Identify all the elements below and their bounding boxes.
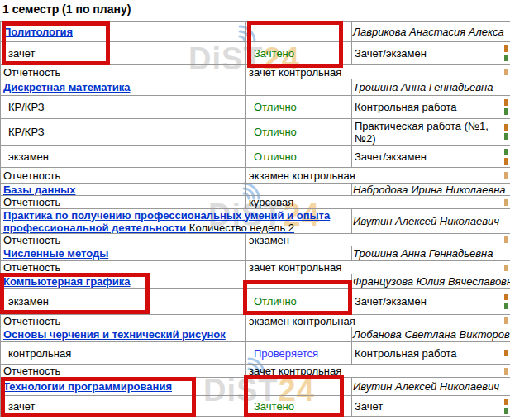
clipped-text-fragment	[504, 45, 508, 52]
clipped-text-fragment	[504, 55, 508, 61]
control-form-cell: КР/КРЗ	[1, 119, 246, 145]
clipped-text-fragment	[504, 108, 508, 115]
table-row: Отчетностьзачет контрольная	[1, 261, 510, 274]
clipped-text-fragment	[504, 350, 508, 356]
teacher-cell: Французова Юлия Вячеславовн	[352, 274, 510, 288]
table-row: Компьютерная графикаФранцузова Юлия Вяче…	[1, 274, 510, 289]
table-edge-clipped-cell	[503, 365, 510, 377]
table-edge-clipped-cell	[503, 342, 510, 364]
control-type-cell: Контрольная работа	[352, 96, 503, 118]
control-form-cell: контрольная	[1, 342, 246, 364]
table-edge-clipped-cell	[503, 196, 510, 208]
table-edge-clipped-cell	[503, 396, 510, 416]
table-edge-clipped-cell	[503, 315, 510, 327]
subject-cell: Базы данных	[1, 184, 246, 195]
grade-value-cell: Отлично	[246, 96, 352, 118]
table-row: Практика по получению профессиональных у…	[1, 209, 510, 234]
empty-cell	[246, 327, 352, 341]
clipped-text-fragment	[504, 399, 508, 405]
grade-value: Отлично	[254, 126, 297, 138]
grade-value-cell: Отлично	[246, 119, 352, 145]
teacher-name: Лобанова Светлана Викторов	[353, 328, 510, 341]
empty-cell	[246, 22, 352, 41]
subject-link[interactable]: Технологии программирования	[3, 380, 172, 393]
clipped-text-fragment	[504, 368, 508, 375]
subject-link[interactable]: Компьютерная графика	[3, 275, 130, 288]
clipped-text-fragment	[504, 149, 508, 155]
teacher-cell: Трошина Анна Геннадьевна	[352, 246, 510, 260]
subject-cell: Политология	[1, 22, 246, 41]
control-form-cell: зачет	[1, 396, 246, 416]
grade-value: Отлично	[254, 101, 297, 113]
table-row: Отчетностьэкзамен контрольная	[1, 315, 510, 327]
grade-value: Отлично	[254, 295, 297, 308]
table-edge-clipped-cell	[503, 261, 510, 274]
clipped-text-fragments	[504, 69, 508, 75]
teacher-name: Набродова Ирина Николаевна	[353, 184, 506, 195]
teacher-cell: Трошина Анна Геннадьевна	[352, 79, 510, 95]
teacher-cell: Ивутин Алексей Николаевич	[352, 378, 510, 395]
table-edge-clipped-cell	[503, 96, 510, 118]
clipped-text-fragment	[504, 99, 508, 106]
subject-link[interactable]: Численные методы	[3, 247, 108, 260]
table-edge-clipped-cell	[503, 168, 510, 183]
subject-link[interactable]: Практика по получению профессиональных у…	[3, 209, 349, 233]
subject-cell: Практика по получению профессиональных у…	[1, 209, 352, 233]
report-label-cell: Отчетность	[1, 234, 246, 246]
report-value-cell: зачет контрольная	[246, 365, 503, 377]
report-value-cell: экзамен	[246, 234, 503, 246]
table-edge-clipped-cell	[503, 119, 510, 145]
subject-cell: Компьютерная графика	[1, 274, 246, 288]
clipped-text-fragments	[504, 149, 508, 165]
clipped-text-fragments	[504, 172, 508, 179]
clipped-text-fragments	[504, 236, 508, 243]
subject-cell: Численные методы	[1, 246, 246, 260]
grade-value-cell: Отлично	[246, 146, 352, 167]
table-row: Отчетностькурсовая	[1, 196, 510, 209]
table-edge-clipped-cell	[503, 65, 510, 79]
semester-title: 1 семестр (1 по плану)	[2, 2, 131, 16]
grade-value-cell: Отлично	[246, 289, 352, 314]
report-value-cell: экзамен контрольная	[246, 315, 503, 327]
table-row: контрольнаяПроверяетсяКонтрольная работа	[1, 342, 510, 365]
teacher-name: Ивутин Алексей Николаевич	[353, 380, 499, 393]
teacher-cell: Лобанова Светлана Викторов	[352, 327, 510, 341]
table-row: Дискретная математикаТрошина Анна Геннад…	[1, 79, 510, 96]
subject-link[interactable]: Основы черчения и технический рисунок	[3, 328, 226, 341]
table-row: зачетЗачтеноЗачет	[1, 396, 510, 417]
teacher-cell: Набродова Ирина Николаевна	[352, 184, 510, 195]
subject-link[interactable]: Политология	[3, 26, 73, 38]
subject-link[interactable]: Дискретная математика	[3, 81, 131, 93]
table-row: КР/КРЗОтличноПрактическая работа (№1, №2…	[1, 119, 510, 146]
control-type-cell: Контрольная работа	[352, 342, 503, 364]
report-label-cell: Отчетность	[1, 168, 246, 183]
control-form-cell: экзамен	[1, 146, 246, 167]
clipped-text-fragment	[504, 69, 508, 75]
empty-cell	[246, 274, 352, 288]
clipped-text-fragment	[504, 408, 508, 414]
clipped-text-fragment	[504, 236, 508, 243]
clipped-text-fragment	[504, 303, 508, 309]
grade-value: Зачтено	[254, 47, 294, 60]
subject-link[interactable]: Базы данных	[3, 184, 75, 195]
clipped-text-fragments	[504, 294, 508, 309]
semester-grades-table: ПолитологияЛаврикова Анастасия Алексазач…	[0, 21, 510, 417]
report-value-cell: зачет контрольная	[246, 261, 503, 274]
grade-value: Проверяется	[254, 347, 318, 360]
table-edge-clipped-cell	[503, 42, 510, 64]
clipped-text-fragment	[504, 158, 508, 165]
report-value-cell: экзамен контрольная	[246, 168, 503, 183]
report-label-cell: Отчетность	[1, 196, 246, 208]
table-row: Отчетностьзачет контрольная	[1, 65, 510, 79]
control-form-cell: зачет	[1, 42, 246, 64]
subject-cell: Технологии программирования	[1, 378, 246, 395]
table-row: Отчетностьэкзамен контрольная	[1, 168, 510, 184]
table-row: Технологии программированияИвутин Алексе…	[1, 378, 510, 396]
gradebook-page: 1 семестр (1 по плану) DiST24DiST24DiST2…	[0, 0, 510, 420]
clipped-text-fragment	[504, 133, 508, 140]
table-edge-clipped-cell	[503, 289, 510, 314]
teacher-name: Трошина Анна Геннадьевна	[353, 247, 493, 260]
clipped-text-fragments	[504, 317, 508, 324]
report-label-cell: Отчетность	[1, 65, 246, 79]
teacher-name: Трошина Анна Геннадьевна	[353, 81, 493, 93]
